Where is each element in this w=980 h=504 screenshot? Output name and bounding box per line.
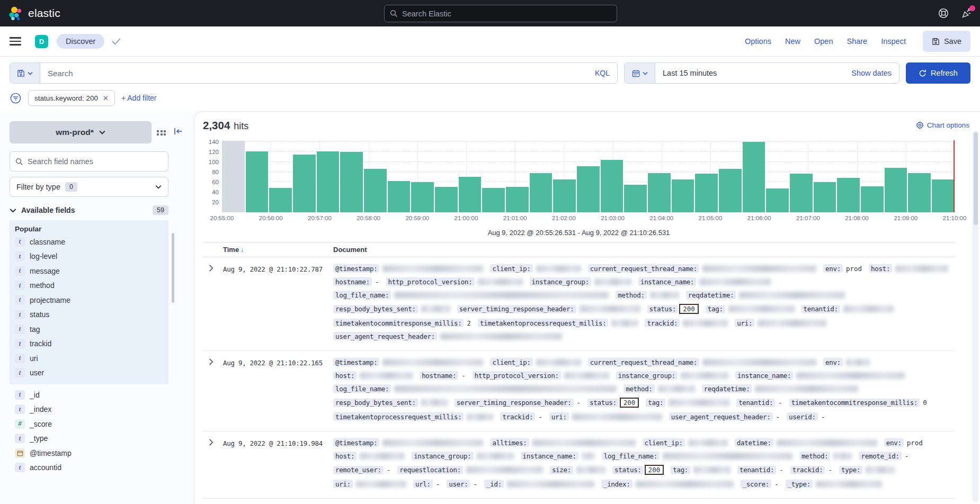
histogram-bar[interactable] [459,177,482,212]
field-item-message[interactable]: tmessage [15,264,168,278]
index-pattern-selector[interactable]: wm-prod* [10,121,152,143]
histogram-bar[interactable] [530,173,553,212]
show-dates-button[interactable]: Show dates [851,69,899,77]
field-item-projectname[interactable]: tprojectname [15,293,168,308]
histogram-bar[interactable] [317,151,340,212]
menu-icon[interactable] [10,37,21,46]
hits-histogram[interactable]: 20406080100120140 20:55:0020:56:0020:57:… [203,140,955,237]
histogram-bar[interactable] [932,179,955,212]
histogram-bar[interactable] [435,187,458,213]
histogram-bar[interactable] [293,155,316,212]
field-item-_type[interactable]: t_type [15,431,168,446]
histogram-bar[interactable] [814,182,836,212]
field-item-_id[interactable]: t_id [15,388,168,402]
histogram-bar[interactable] [672,179,694,212]
expand-row-icon[interactable] [207,438,223,446]
time-range-value[interactable]: Last 15 minutes [655,69,717,77]
doc-field-name: client_ip: [490,264,532,273]
add-filter-button[interactable]: + Add filter [121,94,157,102]
global-search-input[interactable] [402,10,611,18]
query-input[interactable] [40,69,595,78]
field-item-log-level[interactable]: tlog-level [15,249,168,264]
histogram-bar[interactable] [695,174,718,212]
histogram-bar[interactable] [601,160,623,212]
histogram-bar[interactable] [624,185,647,212]
sidebar-scrollbar-thumb[interactable] [172,233,174,303]
doc-field: instance_name: [521,452,595,460]
histogram-bar[interactable] [743,142,765,212]
newsfeed-icon[interactable] [961,7,973,19]
histogram-bar[interactable] [553,179,576,212]
collapse-sidebar-icon[interactable] [173,127,183,136]
save-query-icon [17,69,25,77]
histogram-bar[interactable] [222,141,245,212]
field-settings-icon[interactable] [157,130,166,132]
page-scrollbar-thumb[interactable] [974,132,978,225]
histogram-bar[interactable] [837,178,860,212]
share-button[interactable]: Share [847,37,867,46]
time-column-header[interactable]: Time↓ [223,246,333,254]
histogram-bar[interactable] [766,188,789,212]
histogram-bar[interactable] [861,186,884,212]
options-button[interactable]: Options [745,37,771,46]
global-search[interactable] [384,5,617,22]
histogram-bar[interactable] [482,188,505,212]
doc-field-name: server_timing_response_header: [455,399,574,407]
field-item-accountid[interactable]: taccountid [15,461,168,475]
filter-by-type-dropdown[interactable]: Filter by type 0 [10,177,168,197]
doc-field-name: host: [869,264,892,273]
histogram-bar[interactable] [411,182,434,212]
new-button[interactable]: New [785,37,800,46]
inspect-button[interactable]: Inspect [881,37,906,46]
histogram-bar[interactable] [364,169,387,212]
histogram-bar[interactable] [506,187,529,212]
field-item-trackid[interactable]: ttrackid [15,337,168,352]
filter-menu-icon[interactable] [10,92,22,104]
field-item-_score[interactable]: #_score [15,417,168,431]
histogram-bar[interactable] [269,188,292,212]
field-item-method[interactable]: tmethod [15,278,168,293]
doc-field: trackid:- [500,412,542,421]
refresh-button[interactable]: Refresh [906,62,970,84]
field-item-status[interactable]: tstatus [15,308,168,322]
kql-toggle[interactable]: KQL [595,69,617,77]
field-item-user[interactable]: tuser [15,366,168,381]
elastic-brand[interactable]: elastic [8,6,60,21]
field-item-tag[interactable]: ttag [15,322,168,337]
doc-field: tenantid: [801,305,894,313]
chevron-down-icon [643,71,648,75]
histogram-bar[interactable] [885,168,907,212]
doc-field-name: reqdatetime: [702,384,752,393]
filter-pill-status-200[interactable]: status.keyword: 200 ✕ [28,90,115,106]
remove-filter-icon[interactable]: ✕ [103,94,109,102]
chart-options-button[interactable]: Chart options [916,121,969,129]
field-item-uri[interactable]: turi [15,351,168,366]
quick-select-menu-button[interactable] [625,63,655,83]
save-button[interactable]: Save [923,31,970,52]
available-fields-header[interactable]: Available fields 59 [10,205,168,215]
field-item-@timestamp[interactable]: @timestamp [15,446,168,461]
histogram-bar[interactable] [340,152,363,212]
histogram-bar[interactable] [790,174,813,212]
histogram-bar[interactable] [246,151,269,212]
sort-desc-icon[interactable]: ↓ [240,246,244,254]
help-icon[interactable] [938,7,949,19]
page-scrollbar[interactable] [973,131,978,502]
discover-app-badge[interactable]: D [35,35,48,48]
field-search-input[interactable] [28,157,163,166]
expand-row-icon[interactable] [207,358,223,366]
expand-row-icon[interactable] [207,264,223,272]
field-item-classname[interactable]: tclassname [15,235,168,249]
histogram-bar[interactable] [388,181,411,212]
histogram-bar[interactable] [577,166,600,212]
histogram-bar[interactable] [648,173,671,212]
breadcrumb[interactable]: Discover [57,34,104,49]
histogram-bar[interactable] [719,169,742,212]
histogram-bar[interactable] [908,173,931,212]
field-item-_index[interactable]: t_index [15,402,168,417]
field-name: projectname [30,296,70,304]
open-button[interactable]: Open [814,37,833,46]
doc-field: client_ip: [643,438,728,447]
histogram-plot[interactable] [222,140,955,212]
saved-query-menu-button[interactable] [10,63,40,83]
